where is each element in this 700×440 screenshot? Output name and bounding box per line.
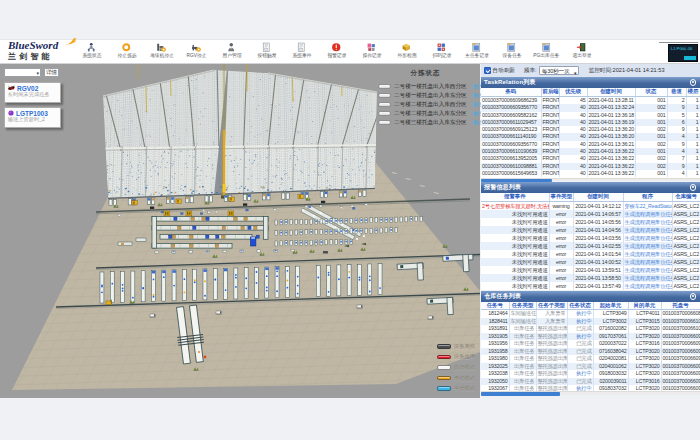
table-row[interactable]: 未找到可用通道error2021-04-01 14:03:56生成流程调用库位任… <box>481 234 700 242</box>
zone-toggle-pill[interactable] <box>378 111 391 116</box>
column-header[interactable]: 巷道 <box>667 88 686 97</box>
toolbar-button-oplog-8[interactable]: 操作记录 <box>354 39 389 64</box>
table-row[interactable]: 00100370006610098881FRONT402021-04-01 13… <box>481 163 700 170</box>
column-header[interactable]: 仓库编号 <box>672 193 700 202</box>
toolbar-button-folder-13[interactable]: PG出库任务 <box>529 39 564 64</box>
legend-label: 单机模式 <box>454 375 475 382</box>
table-row[interactable]: 1931956出库任务整托拣选出库已完成0200037022LCTP301600… <box>481 340 700 348</box>
table-row[interactable]: 1932050出库任务整托拣选出库已完成0200039011LCTP301600… <box>481 378 700 386</box>
table-cell: 整托拣选出库 <box>536 325 567 333</box>
table-row[interactable]: 未找到可用通道error2021-04-01 14:01:54生成流程调用库位任… <box>481 250 700 258</box>
table-cell: 车间输送任务 <box>509 310 536 318</box>
table-row[interactable]: 00100370006611029457FRONT402021-04-01 13… <box>481 119 700 126</box>
panel-header-2[interactable]: 仓库任务列表 <box>481 291 700 302</box>
table-row[interactable]: 1931958出库任务整托拣选出库已完成0716038042LCTP302000… <box>481 348 700 356</box>
table-row[interactable]: 未找到可用通道error2021-04-01 14:06:57生成流程调用库位任… <box>481 210 700 218</box>
table-row[interactable]: 1828411车间输送任务入库异常执行中LCTP3002LCTP30150010… <box>481 318 700 326</box>
column-header[interactable]: 前后端 <box>541 88 559 97</box>
table-row[interactable]: 未找到可用通道error2021-04-01 14:05:56生成流程调用库位任… <box>481 218 700 226</box>
table-row[interactable]: 1931905出库任务整托拣选出库执行中0917037061LCTP302000… <box>481 333 700 341</box>
panel-header-1[interactable]: 报警信息列表 <box>481 182 700 193</box>
table-cell: 2021-04-01 14:02:55 <box>573 242 623 250</box>
table-row[interactable]: 未找到可用通道error2021-04-01 13:57:49生成流程调用库位任… <box>481 282 700 290</box>
column-header[interactable]: 条码 <box>481 88 541 97</box>
column-header[interactable]: 任务状态 <box>567 302 593 310</box>
toolbar-button-box-9[interactable]: 外形检测 <box>389 39 424 64</box>
column-header[interactable]: 事件类型 <box>549 193 573 202</box>
table-row[interactable]: 00100370006609125123FRONT402021-04-01 13… <box>481 126 700 133</box>
toolbar-button-doc-6[interactable]: 系统事件 <box>284 39 319 64</box>
scrollbar-thumb[interactable] <box>481 392 560 396</box>
device-filter-select[interactable]: ▾ <box>4 68 41 77</box>
brand-logo[interactable]: BlueSword 兰剑智能 <box>8 40 70 63</box>
column-header[interactable]: 目的单元 <box>628 302 661 310</box>
column-header[interactable]: 托盘号 <box>661 302 700 310</box>
column-header[interactable]: 创建时间 <box>573 193 623 202</box>
table-row[interactable]: 未找到可用通道error2021-04-01 13:58:50生成流程调用库位任… <box>481 274 700 282</box>
toolbar-button-rgv-stop-3[interactable]: RGV停止 <box>179 39 214 64</box>
table-row[interactable]: 00100370006610190639FRONT402021-04-01 13… <box>481 148 700 155</box>
column-header[interactable]: 起始单元 <box>593 302 628 310</box>
column-header[interactable]: 任务号 <box>481 302 509 310</box>
monitor-chip[interactable]: LJ-PG出-06 <box>668 44 698 62</box>
toolbar-button-folder-11[interactable]: 主任务记录 <box>459 39 494 64</box>
table-cell: 002 <box>635 163 667 170</box>
auto-refresh-checkbox[interactable] <box>484 67 491 74</box>
panel-collapse-icon[interactable] <box>690 79 697 86</box>
table-row[interactable]: 未找到可用通道error2021-04-01 14:00:52生成流程调用库位任… <box>481 258 700 266</box>
toolbar-button-folder-12[interactable]: 设备任务 <box>494 39 529 64</box>
column-header[interactable]: 楼层 <box>686 88 700 97</box>
table-row[interactable]: 1932025出库任务整托拣选出库已完成0204001062LCTP302000… <box>481 363 700 371</box>
toolbar-button-alarm-7[interactable]: 报警记录 <box>319 39 354 64</box>
toolbar-button-logout-14[interactable]: 退出登录 <box>564 39 599 64</box>
column-header[interactable]: 任务子类型 <box>536 302 567 310</box>
panel-header-0[interactable]: TaskRelation列表 <box>481 77 700 88</box>
zone-toggle-pill[interactable] <box>378 102 391 107</box>
column-header[interactable]: 状态 <box>635 88 667 97</box>
table-row[interactable]: 未找到可用通道error2021-04-01 14:02:55生成流程调用库位任… <box>481 242 700 250</box>
column-header[interactable]: 优先级 <box>559 88 587 97</box>
table-cell: warning <box>549 202 573 211</box>
table-cell: 2021-04-01 13:58:50 <box>573 274 623 282</box>
table-row[interactable]: 00100370006609582162FRONT402021-04-01 13… <box>481 112 700 119</box>
table-row[interactable]: 00100370006611140190FRONT402021-04-01 13… <box>481 133 700 140</box>
column-header[interactable]: 任务类型 <box>509 302 536 310</box>
toolbar-button-system-status-0[interactable]: 系统状态 <box>74 39 109 64</box>
alert-card-rgv[interactable]: RGV02 长时间未完成任务 <box>4 82 61 103</box>
table-row[interactable]: 1812464车间输送任务入库异常执行中LCTP3049LCTP40110010… <box>481 310 700 318</box>
horizontal-scrollbar[interactable] <box>481 178 700 182</box>
zone-toggle-pill[interactable] <box>378 120 391 125</box>
toolbar-button-stacker-stop-2[interactable]: 堆垛机停止 <box>144 39 179 64</box>
table-row[interactable]: 00100370006609686239FRONT452021-04-01 13… <box>481 97 700 105</box>
table-cell: 1932050 <box>481 378 509 386</box>
table-row[interactable]: 00100370006609356770FRONT402021-04-01 13… <box>481 104 700 111</box>
alert-card-lgtp[interactable]: LGTP1003 输送上货超时_2 <box>4 107 61 128</box>
table-cell: 出库任务 <box>509 355 536 363</box>
table-row[interactable]: 00100370006615649653FRONT402021-04-01 13… <box>481 170 700 177</box>
frequency-select[interactable]: 每30秒一次▾ <box>539 66 579 75</box>
detail-button[interactable]: 详情 <box>44 68 59 77</box>
zone-toggle-pill[interactable] <box>378 84 391 89</box>
table-row[interactable]: 00100370006613952005FRONT402021-04-01 13… <box>481 155 700 162</box>
table-row[interactable]: 1931891出库任务整托拣选出库已完成0716002082LCTP302000… <box>481 325 700 333</box>
horizontal-scrollbar[interactable] <box>481 391 700 395</box>
table-cell: 2021-04-01 13:36:22 <box>587 163 635 170</box>
table-cell: 2号七层穿梭车报文超时,无法执行 <box>481 202 549 211</box>
table-row[interactable]: 1932038出库任务整托拣选出库执行中0918003032LCTP302000… <box>481 370 700 378</box>
table-row[interactable]: 2号七层穿梭车报文超时,无法执行warning2021-04-01 14:12:… <box>481 202 700 211</box>
table-row[interactable]: 1931980出库任务整托拣选出库已完成0204002081LCTP302000… <box>481 355 700 363</box>
toolbar-button-scan-10[interactable]: 扫码记录 <box>424 39 459 64</box>
toolbar-button-doc-5[interactable]: 按钮触发 <box>249 39 284 64</box>
table-cell: 001 <box>635 148 667 155</box>
column-header[interactable]: 创建时间 <box>587 88 635 97</box>
column-header[interactable]: 报警事件 <box>481 193 549 202</box>
table-row[interactable]: 未找到可用通道error2021-04-01 13:59:51生成流程调用库位任… <box>481 266 700 274</box>
zone-toggle-pill[interactable] <box>378 93 391 98</box>
toolbar-button-stop-pick-1[interactable]: 停止拣选 <box>109 39 144 64</box>
table-row[interactable]: 未找到可用通道error2021-04-01 14:04:56生成流程调用库位任… <box>481 226 700 234</box>
table-row[interactable]: 00100370006609356770FRONT402021-04-01 13… <box>481 141 700 148</box>
toolbar-button-user-manage-4[interactable]: 用户管理 <box>214 39 249 64</box>
column-header[interactable]: 程序 <box>623 193 672 202</box>
panel-collapse-icon[interactable] <box>690 293 697 300</box>
panel-collapse-icon[interactable] <box>690 184 697 191</box>
